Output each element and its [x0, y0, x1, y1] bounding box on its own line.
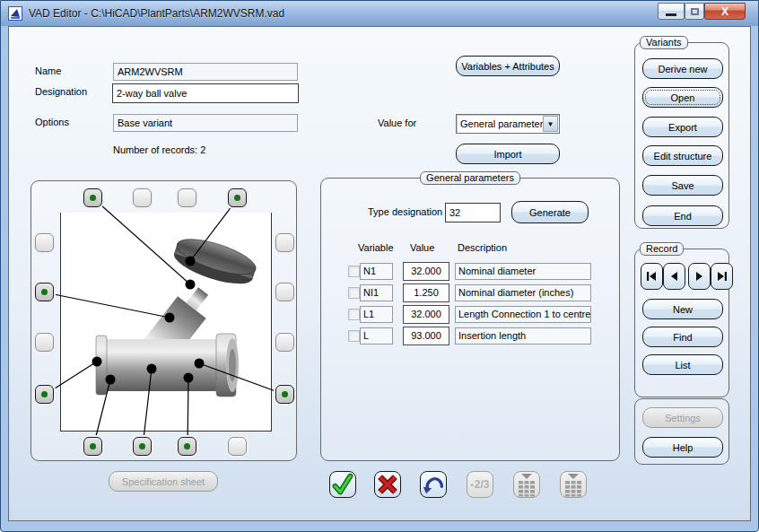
edit-structure-button[interactable]: Edit structure — [642, 145, 723, 166]
page-indicator: •2/3 — [471, 478, 490, 491]
specification-sheet-button: Specification sheet — [109, 471, 218, 492]
record-previous-button[interactable] — [663, 263, 685, 290]
undo-button[interactable] — [420, 471, 447, 498]
settings-help-group: Settings Help — [634, 398, 729, 465]
value-for-label: Value for — [378, 118, 416, 128]
close-icon: X — [721, 5, 728, 18]
previous-record-icon — [668, 270, 680, 283]
connection-toggle-top-4[interactable] — [228, 188, 247, 207]
red-cross-icon — [375, 472, 400, 497]
description-cell: Nominal diameter — [455, 263, 591, 280]
record-table-alt-button — [560, 471, 587, 498]
maximize-button[interactable] — [685, 3, 704, 20]
row-checkbox[interactable] — [348, 309, 360, 320]
connection-toggle-top-3[interactable] — [178, 188, 196, 207]
import-button[interactable]: Import — [456, 144, 560, 164]
row-checkbox[interactable] — [348, 330, 360, 342]
app-icon — [8, 6, 22, 21]
table-dropdown-icon — [516, 473, 537, 497]
column-header-variable: Variable — [358, 242, 394, 253]
bullet-icon: • — [471, 481, 474, 490]
minimize-icon — [666, 13, 676, 16]
connection-toggle-right-1[interactable] — [275, 233, 294, 252]
record-first-button[interactable] — [641, 263, 663, 290]
cancel-button[interactable] — [374, 471, 401, 498]
variable-name-cell: N1 — [360, 263, 393, 280]
active-dot-icon — [90, 443, 96, 449]
help-button[interactable]: Help — [642, 437, 723, 458]
vad-editor-window: VAD Editor - C:\HiCAD\PlantParts\ARM2WVS… — [0, 0, 759, 532]
variable-name-cell: L1 — [360, 306, 393, 323]
open-button[interactable]: Open — [642, 87, 723, 108]
column-header-description: Description — [458, 242, 507, 253]
connection-toggle-left-3[interactable] — [35, 333, 54, 352]
connection-toggle-left-1[interactable] — [35, 233, 54, 252]
close-button[interactable]: X — [704, 3, 746, 20]
options-field[interactable]: Base variant — [113, 114, 298, 132]
connection-toggle-right-2[interactable] — [275, 283, 294, 301]
type-designation-field[interactable]: 32 — [445, 203, 501, 222]
designation-label: Designation — [35, 86, 87, 97]
derive-new-button[interactable]: Derive new — [642, 58, 723, 79]
type-designation-label: Type designation — [368, 206, 442, 217]
last-record-icon — [716, 270, 728, 283]
connection-toggle-right-4[interactable] — [275, 385, 294, 404]
chevron-down-icon[interactable]: ▼ — [543, 116, 558, 132]
connection-toggle-left-4[interactable] — [35, 385, 54, 404]
options-label: Options — [35, 117, 69, 127]
title-bar[interactable]: VAD Editor - C:\HiCAD\PlantParts\ARM2WVS… — [1, 1, 758, 26]
row-checkbox[interactable] — [348, 287, 360, 299]
apply-button[interactable] — [329, 471, 356, 498]
maximize-icon — [691, 8, 699, 15]
window-title: VAD Editor - C:\HiCAD\PlantParts\ARM2WVS… — [29, 7, 284, 20]
name-label: Name — [35, 65, 61, 76]
new-record-button[interactable]: New — [642, 299, 723, 319]
value-input[interactable]: 93.000 — [403, 327, 449, 345]
export-button[interactable]: Export — [642, 117, 723, 137]
active-dot-icon — [139, 443, 145, 449]
generate-button[interactable]: Generate — [511, 201, 589, 223]
first-record-icon — [646, 270, 658, 283]
connection-toggle-right-3[interactable] — [275, 333, 294, 352]
record-last-button[interactable] — [711, 263, 733, 290]
connection-toggle-left-2[interactable] — [35, 283, 54, 301]
settings-button: Settings — [642, 407, 723, 428]
value-for-select[interactable]: General parameters ▼ — [456, 114, 560, 134]
list-records-button[interactable]: List — [642, 354, 723, 375]
find-record-button[interactable]: Find — [642, 327, 723, 347]
active-dot-icon — [184, 443, 190, 449]
connection-toggle-bottom-2[interactable] — [133, 437, 152, 456]
name-field[interactable]: ARM2WVSRM — [113, 63, 298, 81]
active-dot-icon — [282, 391, 288, 397]
general-parameters-group-label: General parameters — [420, 171, 520, 185]
undo-arrow-icon — [421, 472, 446, 497]
variable-name-cell: L — [360, 327, 393, 344]
connection-toggle-top-1[interactable] — [83, 188, 102, 207]
description-cell: Length Connection 1 to centre — [455, 306, 591, 323]
variables-attributes-button[interactable]: Variables + Attributes — [456, 56, 560, 76]
active-dot-icon — [41, 391, 48, 397]
record-next-button[interactable] — [688, 263, 711, 290]
active-dot-icon — [41, 289, 48, 295]
row-checkbox[interactable] — [348, 266, 360, 277]
variable-name-cell: NI1 — [360, 284, 393, 301]
page-indicator-button: •2/3 — [467, 471, 493, 498]
minimize-button[interactable] — [658, 3, 685, 20]
value-for-selected: General parameters — [460, 115, 548, 133]
value-input[interactable]: 32.000 — [403, 262, 449, 281]
connection-toggle-top-2[interactable] — [133, 188, 152, 207]
save-button[interactable]: Save — [642, 175, 723, 196]
table-dropdown-icon — [563, 473, 584, 497]
connection-toggle-bottom-4[interactable] — [228, 437, 247, 456]
end-button[interactable]: End — [642, 205, 723, 226]
connection-toggle-bottom-1[interactable] — [83, 437, 102, 456]
green-check-icon — [330, 472, 355, 497]
value-input[interactable]: 1.250 — [403, 283, 449, 302]
value-input[interactable]: 32.000 — [403, 305, 449, 324]
connection-toggle-bottom-3[interactable] — [178, 437, 196, 456]
column-header-value: Value — [410, 242, 434, 253]
designation-field[interactable]: 2-way ball valve — [112, 83, 299, 103]
record-table-button — [513, 471, 540, 498]
general-parameters-group: General parameters Type designation 32 G… — [320, 178, 620, 461]
active-dot-icon — [234, 195, 240, 201]
